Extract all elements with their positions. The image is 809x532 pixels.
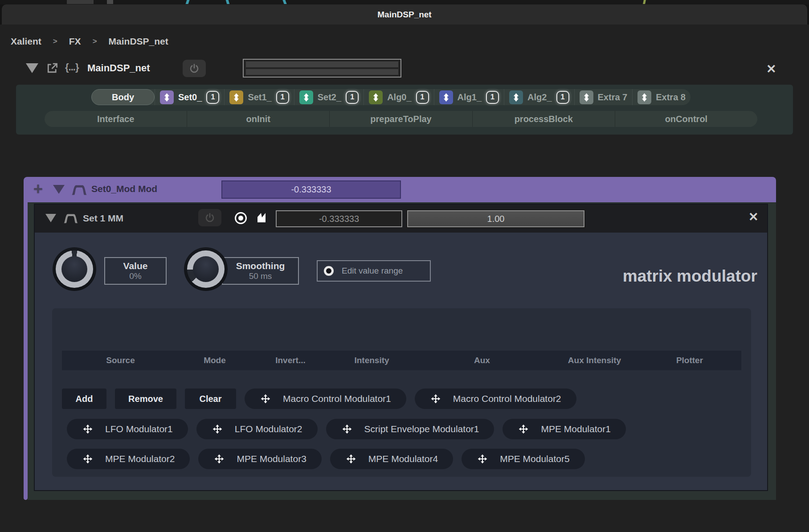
- app-window: MainDSP_net Xalient > FX > MainDSP_net {…: [0, 0, 809, 532]
- close-icon[interactable]: ✕: [766, 63, 776, 75]
- tab-label: Extra 7: [598, 92, 628, 102]
- modulator-chip[interactable]: MPE Modulator1: [503, 419, 625, 439]
- move-icon: [341, 423, 353, 435]
- tab-label: Alg2_: [527, 92, 552, 102]
- tab-extra7[interactable]: Extra 7: [574, 89, 633, 105]
- tab-interface[interactable]: Interface: [45, 111, 187, 127]
- tab-count-badge: 1: [346, 91, 359, 104]
- remove-button[interactable]: Remove: [115, 389, 176, 409]
- tab-alg2[interactable]: Alg2_ 1: [504, 89, 574, 105]
- chip-label: LFO Modulator1: [105, 424, 173, 434]
- plot-target-icon[interactable]: [235, 212, 247, 224]
- action-and-chip-row: Add Remove Clear Macro Control Modulator…: [62, 389, 576, 409]
- column-invert: Invert...: [250, 356, 331, 365]
- collapse-triangle-icon[interactable]: [45, 214, 56, 222]
- tab-label: Set1_: [248, 92, 271, 102]
- background-graph-fragment: [107, 0, 113, 4]
- network-header: {...} MainDSP_net ✕: [0, 58, 809, 85]
- tab-oncontrol[interactable]: onControl: [615, 111, 757, 127]
- chip-label: MPE Modulator4: [368, 454, 438, 464]
- add-modulator-icon[interactable]: +: [33, 180, 43, 198]
- callback-tabs: Interface onInit prepareToPlay processBl…: [45, 111, 757, 127]
- tab-body[interactable]: Body: [91, 89, 155, 105]
- bypass-power-button[interactable]: [198, 209, 221, 226]
- chip-row: MPE Modulator2 MPE Modulator3 MPE Modula…: [67, 449, 585, 469]
- meter-bar: [246, 61, 398, 67]
- modulator-chip[interactable]: MPE Modulator5: [462, 449, 584, 469]
- tab-label: Extra 8: [656, 92, 686, 102]
- window-titlebar[interactable]: MainDSP_net: [2, 4, 807, 25]
- modulator-chip[interactable]: MPE Modulator4: [330, 449, 453, 469]
- module-type-watermark: matrix modulator: [623, 267, 757, 286]
- chip-label: Macro Control Modulator1: [283, 393, 391, 404]
- tab-set0[interactable]: Set0_ 1: [155, 89, 224, 105]
- modulator-chip[interactable]: Script Envelope Modulator1: [326, 419, 494, 439]
- close-icon[interactable]: ✕: [748, 211, 759, 223]
- editor-background: Xalient > FX > MainDSP_net {...} MainDSP…: [0, 25, 809, 532]
- tab-oninit[interactable]: onInit: [187, 111, 329, 127]
- table-header-row: Source Mode Invert... Intensity Aux Aux …: [62, 351, 741, 370]
- background-graph-strip: [0, 0, 809, 4]
- move-icon: [213, 453, 225, 465]
- breadcrumb: Xalient > FX > MainDSP_net: [11, 36, 168, 47]
- breadcrumb-item-network[interactable]: MainDSP_net: [109, 36, 168, 47]
- column-mode: Mode: [179, 356, 250, 365]
- background-cable-fragment: [186, 0, 190, 4]
- tab-preparetoplay[interactable]: prepareToPlay: [329, 111, 472, 127]
- modulator-chip[interactable]: MPE Modulator2: [67, 449, 190, 469]
- modulation-value-field[interactable]: -0.333333: [276, 210, 402, 227]
- edit-value-range-toggle[interactable]: Edit value range: [317, 260, 431, 282]
- modulator-chip[interactable]: LFO Modulator2: [196, 419, 318, 439]
- updown-arrows-icon: [637, 90, 651, 104]
- background-graph-fragment: [67, 0, 94, 4]
- updown-arrows-icon: [439, 90, 453, 104]
- knob-title: Smoothing: [236, 261, 285, 271]
- add-button[interactable]: Add: [62, 389, 106, 409]
- updown-arrows-icon: [229, 90, 243, 104]
- tab-alg0[interactable]: Alg0_ 1: [364, 89, 433, 105]
- smoothing-knob[interactable]: [184, 247, 228, 291]
- matrix-drag-table: Source Mode Invert... Intensity Aux Aux …: [52, 308, 751, 477]
- breadcrumb-item-root[interactable]: Xalient: [11, 36, 41, 47]
- matrix-modulator-header: Set 1 MM -0.333333 1.00 ✕: [35, 205, 767, 233]
- tab-extra8[interactable]: Extra 8: [632, 89, 691, 105]
- updown-arrows-icon: [369, 90, 383, 104]
- value-knob-label: Value 0%: [104, 257, 167, 285]
- tab-set2[interactable]: Set2_ 1: [294, 89, 364, 105]
- breadcrumb-item-fx[interactable]: FX: [69, 36, 81, 47]
- column-source: Source: [62, 356, 179, 365]
- edit-value-range-label: Edit value range: [342, 266, 403, 276]
- intensity-slider[interactable]: 1.00: [407, 210, 584, 227]
- move-icon: [345, 453, 357, 465]
- move-icon: [518, 423, 529, 435]
- external-link-icon[interactable]: [46, 62, 58, 74]
- background-cable-fragment: [282, 0, 286, 4]
- output-meter[interactable]: [243, 59, 401, 78]
- modulator-chip[interactable]: Macro Control Modulator1: [245, 389, 406, 409]
- mod-chain-value-slider[interactable]: -0.333333: [221, 180, 401, 199]
- tab-alg1[interactable]: Alg1_ 1: [434, 89, 504, 105]
- value-knob[interactable]: [53, 247, 96, 291]
- updown-arrows-icon: [160, 90, 174, 104]
- ramp-waveform-icon[interactable]: [255, 211, 268, 224]
- bypass-power-button[interactable]: [183, 60, 206, 77]
- modulator-chip[interactable]: MPE Modulator3: [198, 449, 321, 469]
- tab-set1[interactable]: Set1_ 1: [224, 89, 294, 105]
- radio-icon: [324, 266, 334, 276]
- move-icon: [477, 453, 488, 465]
- knob-value-text: 50 ms: [249, 271, 272, 281]
- modulator-chip[interactable]: Macro Control Modulator2: [415, 389, 576, 409]
- background-cable-fragment: [643, 0, 646, 4]
- envelope-curve-icon: [70, 183, 89, 196]
- script-braces-icon[interactable]: {...}: [65, 61, 78, 73]
- move-icon: [430, 393, 441, 405]
- modulator-chip[interactable]: LFO Modulator1: [67, 419, 188, 439]
- updown-arrows-icon: [580, 90, 593, 104]
- collapse-triangle-icon[interactable]: [53, 185, 65, 194]
- chip-label: LFO Modulator2: [235, 424, 302, 434]
- knob-value-text: 0%: [129, 271, 141, 281]
- clear-button[interactable]: Clear: [185, 389, 236, 409]
- tab-processblock[interactable]: processBlock: [472, 111, 615, 127]
- collapse-triangle-icon[interactable]: [26, 63, 38, 73]
- move-icon: [260, 393, 271, 405]
